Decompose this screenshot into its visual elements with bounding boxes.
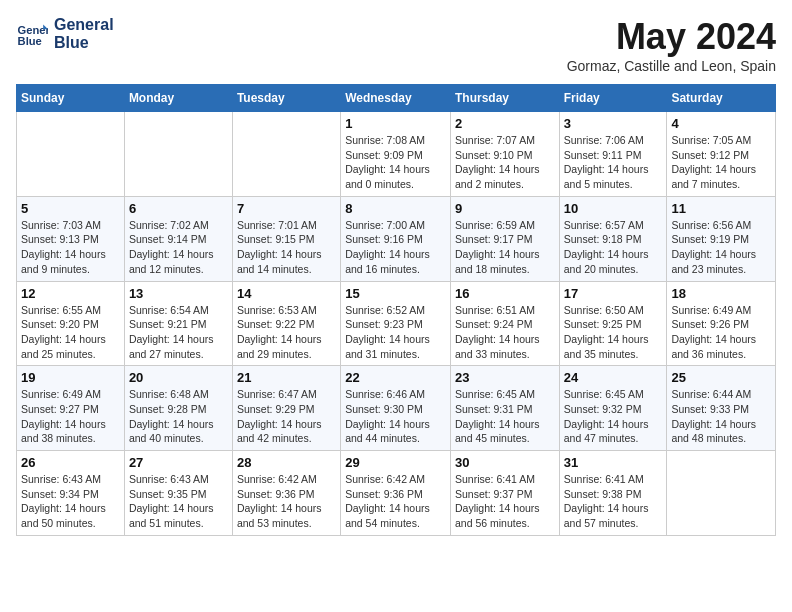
calendar-cell: 26Sunrise: 6:43 AMSunset: 9:34 PMDayligh… (17, 451, 125, 536)
day-number: 4 (671, 116, 771, 131)
day-number: 2 (455, 116, 555, 131)
calendar-week-row: 26Sunrise: 6:43 AMSunset: 9:34 PMDayligh… (17, 451, 776, 536)
calendar-cell: 30Sunrise: 6:41 AMSunset: 9:37 PMDayligh… (450, 451, 559, 536)
day-detail: Sunrise: 7:06 AMSunset: 9:11 PMDaylight:… (564, 133, 663, 192)
day-detail: Sunrise: 6:52 AMSunset: 9:23 PMDaylight:… (345, 303, 446, 362)
calendar-cell: 4Sunrise: 7:05 AMSunset: 9:12 PMDaylight… (667, 112, 776, 197)
day-number: 6 (129, 201, 228, 216)
day-detail: Sunrise: 6:46 AMSunset: 9:30 PMDaylight:… (345, 387, 446, 446)
calendar-week-row: 5Sunrise: 7:03 AMSunset: 9:13 PMDaylight… (17, 196, 776, 281)
calendar-cell: 31Sunrise: 6:41 AMSunset: 9:38 PMDayligh… (559, 451, 667, 536)
day-detail: Sunrise: 6:49 AMSunset: 9:26 PMDaylight:… (671, 303, 771, 362)
day-detail: Sunrise: 6:45 AMSunset: 9:31 PMDaylight:… (455, 387, 555, 446)
logo: General Blue General Blue (16, 16, 114, 51)
day-number: 11 (671, 201, 771, 216)
day-detail: Sunrise: 6:43 AMSunset: 9:34 PMDaylight:… (21, 472, 120, 531)
day-detail: Sunrise: 6:49 AMSunset: 9:27 PMDaylight:… (21, 387, 120, 446)
day-detail: Sunrise: 7:07 AMSunset: 9:10 PMDaylight:… (455, 133, 555, 192)
day-number: 24 (564, 370, 663, 385)
day-detail: Sunrise: 6:59 AMSunset: 9:17 PMDaylight:… (455, 218, 555, 277)
calendar-cell: 20Sunrise: 6:48 AMSunset: 9:28 PMDayligh… (124, 366, 232, 451)
weekday-header: Monday (124, 85, 232, 112)
calendar-week-row: 12Sunrise: 6:55 AMSunset: 9:20 PMDayligh… (17, 281, 776, 366)
day-detail: Sunrise: 6:57 AMSunset: 9:18 PMDaylight:… (564, 218, 663, 277)
calendar-cell: 22Sunrise: 6:46 AMSunset: 9:30 PMDayligh… (341, 366, 451, 451)
day-number: 21 (237, 370, 336, 385)
calendar-cell: 18Sunrise: 6:49 AMSunset: 9:26 PMDayligh… (667, 281, 776, 366)
calendar-cell: 6Sunrise: 7:02 AMSunset: 9:14 PMDaylight… (124, 196, 232, 281)
calendar-cell: 23Sunrise: 6:45 AMSunset: 9:31 PMDayligh… (450, 366, 559, 451)
day-detail: Sunrise: 6:53 AMSunset: 9:22 PMDaylight:… (237, 303, 336, 362)
calendar-cell: 14Sunrise: 6:53 AMSunset: 9:22 PMDayligh… (232, 281, 340, 366)
weekday-header: Friday (559, 85, 667, 112)
title-block: May 2024 Gormaz, Castille and Leon, Spai… (567, 16, 776, 74)
day-detail: Sunrise: 6:44 AMSunset: 9:33 PMDaylight:… (671, 387, 771, 446)
calendar-cell: 24Sunrise: 6:45 AMSunset: 9:32 PMDayligh… (559, 366, 667, 451)
day-number: 13 (129, 286, 228, 301)
day-detail: Sunrise: 6:55 AMSunset: 9:20 PMDaylight:… (21, 303, 120, 362)
day-number: 28 (237, 455, 336, 470)
day-detail: Sunrise: 7:00 AMSunset: 9:16 PMDaylight:… (345, 218, 446, 277)
calendar-cell: 16Sunrise: 6:51 AMSunset: 9:24 PMDayligh… (450, 281, 559, 366)
day-detail: Sunrise: 7:05 AMSunset: 9:12 PMDaylight:… (671, 133, 771, 192)
day-detail: Sunrise: 6:45 AMSunset: 9:32 PMDaylight:… (564, 387, 663, 446)
calendar-cell: 5Sunrise: 7:03 AMSunset: 9:13 PMDaylight… (17, 196, 125, 281)
day-detail: Sunrise: 6:42 AMSunset: 9:36 PMDaylight:… (345, 472, 446, 531)
calendar-cell: 11Sunrise: 6:56 AMSunset: 9:19 PMDayligh… (667, 196, 776, 281)
day-detail: Sunrise: 7:01 AMSunset: 9:15 PMDaylight:… (237, 218, 336, 277)
logo-icon: General Blue (16, 18, 48, 50)
logo-blue: Blue (54, 34, 114, 52)
day-detail: Sunrise: 7:02 AMSunset: 9:14 PMDaylight:… (129, 218, 228, 277)
day-number: 12 (21, 286, 120, 301)
calendar-cell: 2Sunrise: 7:07 AMSunset: 9:10 PMDaylight… (450, 112, 559, 197)
calendar-cell: 19Sunrise: 6:49 AMSunset: 9:27 PMDayligh… (17, 366, 125, 451)
calendar-cell: 12Sunrise: 6:55 AMSunset: 9:20 PMDayligh… (17, 281, 125, 366)
day-detail: Sunrise: 6:54 AMSunset: 9:21 PMDaylight:… (129, 303, 228, 362)
page-header: General Blue General Blue May 2024 Gorma… (16, 16, 776, 74)
day-number: 23 (455, 370, 555, 385)
day-number: 5 (21, 201, 120, 216)
day-detail: Sunrise: 6:48 AMSunset: 9:28 PMDaylight:… (129, 387, 228, 446)
weekday-header: Sunday (17, 85, 125, 112)
day-number: 17 (564, 286, 663, 301)
day-detail: Sunrise: 6:43 AMSunset: 9:35 PMDaylight:… (129, 472, 228, 531)
day-number: 1 (345, 116, 446, 131)
weekday-header-row: SundayMondayTuesdayWednesdayThursdayFrid… (17, 85, 776, 112)
day-detail: Sunrise: 7:08 AMSunset: 9:09 PMDaylight:… (345, 133, 446, 192)
calendar-cell: 8Sunrise: 7:00 AMSunset: 9:16 PMDaylight… (341, 196, 451, 281)
day-number: 29 (345, 455, 446, 470)
day-detail: Sunrise: 6:51 AMSunset: 9:24 PMDaylight:… (455, 303, 555, 362)
calendar-cell (124, 112, 232, 197)
month-title: May 2024 (567, 16, 776, 58)
calendar-cell: 25Sunrise: 6:44 AMSunset: 9:33 PMDayligh… (667, 366, 776, 451)
calendar-week-row: 1Sunrise: 7:08 AMSunset: 9:09 PMDaylight… (17, 112, 776, 197)
day-number: 7 (237, 201, 336, 216)
calendar-cell: 29Sunrise: 6:42 AMSunset: 9:36 PMDayligh… (341, 451, 451, 536)
day-detail: Sunrise: 6:56 AMSunset: 9:19 PMDaylight:… (671, 218, 771, 277)
day-number: 3 (564, 116, 663, 131)
day-number: 19 (21, 370, 120, 385)
calendar-cell: 17Sunrise: 6:50 AMSunset: 9:25 PMDayligh… (559, 281, 667, 366)
weekday-header: Wednesday (341, 85, 451, 112)
day-number: 16 (455, 286, 555, 301)
calendar-cell: 13Sunrise: 6:54 AMSunset: 9:21 PMDayligh… (124, 281, 232, 366)
calendar-cell (232, 112, 340, 197)
day-number: 9 (455, 201, 555, 216)
day-detail: Sunrise: 6:42 AMSunset: 9:36 PMDaylight:… (237, 472, 336, 531)
day-number: 18 (671, 286, 771, 301)
day-number: 10 (564, 201, 663, 216)
svg-text:Blue: Blue (18, 35, 42, 47)
weekday-header: Tuesday (232, 85, 340, 112)
day-number: 14 (237, 286, 336, 301)
calendar-cell: 1Sunrise: 7:08 AMSunset: 9:09 PMDaylight… (341, 112, 451, 197)
day-detail: Sunrise: 6:41 AMSunset: 9:37 PMDaylight:… (455, 472, 555, 531)
calendar-week-row: 19Sunrise: 6:49 AMSunset: 9:27 PMDayligh… (17, 366, 776, 451)
day-number: 20 (129, 370, 228, 385)
day-number: 31 (564, 455, 663, 470)
calendar-cell: 27Sunrise: 6:43 AMSunset: 9:35 PMDayligh… (124, 451, 232, 536)
calendar-cell: 10Sunrise: 6:57 AMSunset: 9:18 PMDayligh… (559, 196, 667, 281)
day-detail: Sunrise: 7:03 AMSunset: 9:13 PMDaylight:… (21, 218, 120, 277)
day-number: 8 (345, 201, 446, 216)
logo-general: General (54, 16, 114, 34)
weekday-header: Thursday (450, 85, 559, 112)
